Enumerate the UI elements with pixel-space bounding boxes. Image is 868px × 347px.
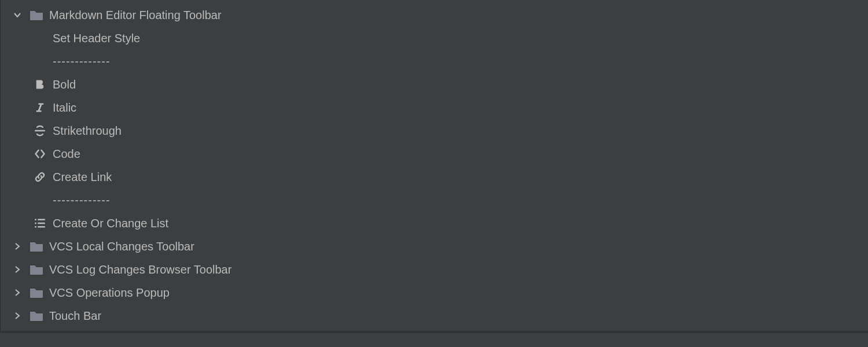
action-label: Create Or Change List (53, 217, 168, 230)
tree-node-label: VCS Log Changes Browser Toolbar (49, 263, 231, 276)
action-label: Create Link (53, 171, 112, 184)
folder-icon (30, 287, 43, 298)
tree-node-label: Touch Bar (49, 309, 101, 323)
link-icon (33, 170, 47, 184)
svg-rect-5 (35, 226, 36, 228)
tree-node-vcs-operations-popup[interactable]: VCS Operations Popup (1, 281, 868, 304)
folder-icon (30, 9, 43, 21)
chevron-right-icon[interactable] (13, 312, 21, 320)
chevron-down-icon[interactable] (13, 11, 21, 19)
chevron-right-icon[interactable] (13, 242, 21, 250)
action-tree-panel: Markdown Editor Floating Toolbar Set Hea… (0, 0, 868, 331)
tree-node-label: VCS Operations Popup (49, 286, 170, 300)
action-label: Italic (53, 101, 76, 115)
chevron-right-icon[interactable] (13, 265, 21, 274)
separator: ------------- (1, 189, 868, 212)
chevron-right-icon[interactable] (13, 289, 21, 297)
action-label: Code (53, 147, 80, 161)
svg-rect-2 (38, 219, 45, 221)
action-strikethrough[interactable]: Strikethrough (1, 119, 868, 142)
separator-text: ------------- (53, 55, 111, 68)
separator: ------------- (1, 50, 868, 73)
action-bold[interactable]: Bold (1, 73, 868, 96)
strikethrough-icon (33, 124, 47, 138)
svg-rect-3 (35, 223, 36, 224)
code-icon (33, 147, 47, 161)
italic-icon (33, 101, 47, 115)
tree-node-vcs-local-changes-toolbar[interactable]: VCS Local Changes Toolbar (1, 235, 868, 258)
folder-icon (30, 241, 43, 252)
action-label: Set Header Style (53, 32, 140, 45)
action-label: Bold (53, 78, 76, 91)
action-create-link[interactable]: Create Link (1, 165, 868, 189)
action-set-header-style[interactable]: Set Header Style (1, 27, 868, 50)
list-icon (33, 216, 47, 230)
folder-icon (30, 310, 43, 322)
folder-icon (30, 264, 43, 275)
action-label: Strikethrough (53, 124, 122, 138)
svg-rect-4 (38, 223, 45, 224)
action-code[interactable]: Code (1, 142, 868, 165)
svg-rect-0 (35, 130, 45, 132)
svg-rect-1 (35, 219, 36, 221)
tree-node-label: VCS Local Changes Toolbar (49, 240, 194, 253)
action-italic[interactable]: Italic (1, 96, 868, 119)
footer-strip (0, 331, 868, 347)
svg-rect-6 (38, 226, 45, 228)
bold-icon (33, 77, 47, 91)
tree-node-touch-bar[interactable]: Touch Bar (1, 304, 868, 327)
tree-node-markdown-toolbar[interactable]: Markdown Editor Floating Toolbar (1, 3, 868, 27)
separator-text: ------------- (53, 194, 111, 207)
tree-node-vcs-log-changes-browser-toolbar[interactable]: VCS Log Changes Browser Toolbar (1, 258, 868, 281)
action-create-or-change-list[interactable]: Create Or Change List (1, 212, 868, 235)
tree-node-label: Markdown Editor Floating Toolbar (49, 9, 222, 22)
